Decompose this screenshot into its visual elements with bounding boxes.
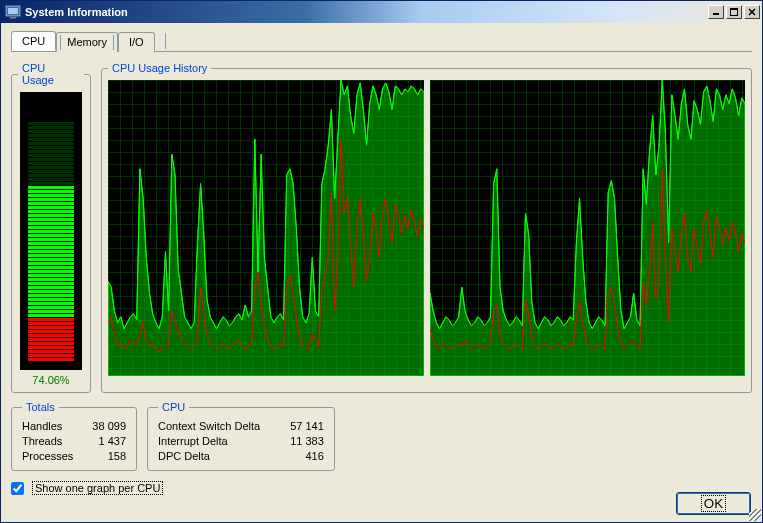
svg-rect-2 [10,17,16,19]
tabstrip: CPU Memory I/O [11,31,752,52]
svg-rect-1 [8,8,18,14]
cpu-usage-meter [20,92,82,370]
group-cpu-usage: CPU Usage 74.06% [11,62,91,393]
ok-button[interactable]: OK [676,492,751,515]
titlebar: System Information [1,1,762,23]
group-label: Totals [22,401,59,413]
cpu-history-chart-0 [108,80,424,376]
group-totals: Totals Handles38 099 Threads1 437 Proces… [11,401,137,471]
cpu-usage-percent: 74.06% [18,374,84,386]
group-label: CPU Usage [18,62,84,86]
stat-value: 11 383 [290,434,324,449]
stat-label: DPC Delta [158,449,210,464]
tab-label: CPU [22,35,45,47]
tab-label: I/O [129,36,144,48]
button-label: OK [701,495,726,512]
stat-value: 1 437 [98,434,126,449]
tab-io[interactable]: I/O [118,32,155,52]
cpu-history-chart-1 [430,80,745,376]
group-label: CPU Usage History [108,62,211,74]
minimize-button[interactable] [708,5,724,19]
app-icon [5,4,21,20]
stat-value: 416 [305,449,323,464]
tab-divider [165,33,166,49]
maximize-button[interactable] [726,5,742,19]
show-one-graph-label[interactable]: Show one graph per CPU [32,481,163,495]
stat-value: 57 141 [290,419,324,434]
stat-value: 158 [108,449,126,464]
stat-label: Context Switch Delta [158,419,260,434]
show-one-graph-checkbox[interactable] [11,482,24,495]
stat-value: 38 099 [92,419,126,434]
close-button[interactable] [744,5,760,19]
stat-label: Interrupt Delta [158,434,228,449]
tab-label: Memory [67,36,107,48]
group-cpu-stats: CPU Context Switch Delta57 141 Interrupt… [147,401,335,471]
tab-memory[interactable]: Memory [56,32,118,52]
resize-grip[interactable] [749,509,761,521]
tab-cpu[interactable]: CPU [11,31,56,51]
stat-label: Handles [22,419,62,434]
group-cpu-history: CPU Usage History [101,62,752,393]
stat-label: Processes [22,449,73,464]
stat-label: Threads [22,434,62,449]
group-label: CPU [158,401,189,413]
window-title: System Information [25,6,708,18]
